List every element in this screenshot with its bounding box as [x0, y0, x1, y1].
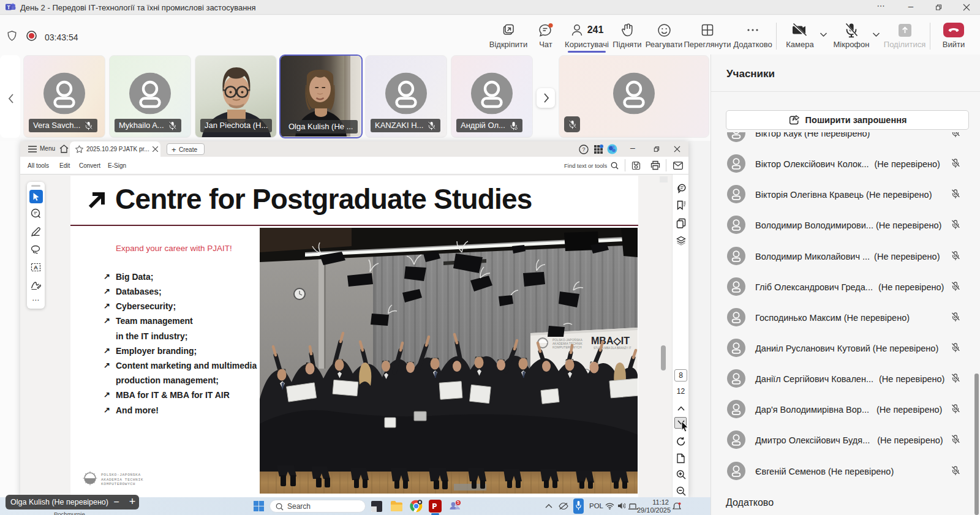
svg-text:AKADEMIA TECHNIK: AKADEMIA TECHNIK — [101, 478, 143, 482]
svg-text:T: T — [7, 4, 10, 10]
svg-text:?: ? — [582, 146, 585, 152]
svg-text:POLSKO-JAPOŃSKA: POLSKO-JAPOŃSKA — [101, 473, 141, 477]
svg-text:KOMPUTEROWYCH: KOMPUTEROWYCH — [101, 482, 135, 486]
svg-text:5: 5 — [457, 500, 459, 505]
svg-text:A: A — [34, 264, 38, 271]
